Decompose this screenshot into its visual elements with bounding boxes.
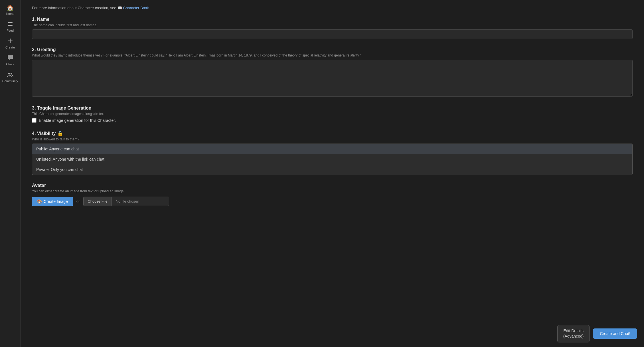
visibility-section-title: 4. Visibility 🔒 [32,131,633,136]
section-visibility: 4. Visibility 🔒 Who is allowed to talk t… [32,131,633,175]
sidebar-item-create[interactable]: Create [0,35,20,52]
image-gen-section-title: 3. Toggle Image Generation [32,106,633,111]
sidebar-item-label: Chats [6,62,14,66]
svg-rect-4 [8,41,13,41]
svg-point-7 [8,73,10,74]
book-icon: 📖 [118,6,122,10]
name-section-title: 1. Name [32,17,633,22]
greeting-section-subtitle: What would they say to introduce themsel… [32,53,633,57]
edit-details-button[interactable]: Edit Details(Advanced) [557,325,590,342]
svg-rect-0 [8,22,13,23]
greeting-input[interactable] [32,60,633,97]
svg-point-8 [11,73,12,74]
character-book-link[interactable]: 📖 Character Book [118,6,149,10]
chats-icon [7,55,13,61]
create-chat-label: Create and Chat! [600,331,630,336]
svg-rect-5 [9,57,10,57]
avatar-subtitle: You can either create an image from text… [32,189,633,193]
create-image-button[interactable]: 🎨 Create Image [32,197,73,206]
name-input[interactable] [32,29,633,39]
create-icon [7,38,13,45]
info-prefix: For more information about Character cre… [32,6,116,10]
create-image-label: Create Image [44,199,68,204]
action-bar: Edit Details(Advanced) Create and Chat! [550,320,644,347]
paint-icon: 🎨 [37,199,42,204]
no-file-label: No file chosen [112,197,169,206]
edit-details-label: Edit Details(Advanced) [563,328,584,339]
image-gen-checkbox-label[interactable]: Enable image generation for this Charact… [32,118,633,123]
create-chat-button[interactable]: Create and Chat! [593,328,637,339]
community-icon [7,72,13,78]
name-section-subtitle: The name can include first and last name… [32,23,633,27]
avatar-row: 🎨 Create Image or Choose File No file ch… [32,197,633,206]
section-name: 1. Name The name can include first and l… [32,17,633,39]
sidebar-item-label: Create [5,46,15,49]
section-avatar: Avatar You can either create an image fr… [32,183,633,206]
visibility-title-text: 4. Visibility [32,131,56,136]
sidebar-item-label: Feed [7,29,14,32]
svg-rect-1 [8,24,13,24]
image-gen-checkbox[interactable] [32,118,37,123]
lock-icon: 🔒 [57,131,63,136]
home-icon: 🏠 [7,5,14,11]
visibility-subtitle: Who is allowed to talk to them? [32,137,633,141]
sidebar-item-home[interactable]: 🏠 Home [0,2,20,18]
visibility-option-private[interactable]: Private: Only you can chat [32,164,632,175]
sidebar-item-community[interactable]: Community [0,69,20,86]
greeting-section-title: 2. Greeting [32,47,633,52]
character-book-label: Character Book [123,6,149,10]
section-greeting: 2. Greeting What would they say to intro… [32,47,633,98]
main-content: For more information about Character cre… [21,0,644,347]
visibility-option-public[interactable]: Public: Anyone can chat [32,144,632,154]
sidebar-item-label: Community [2,79,18,83]
feed-icon [7,21,13,28]
choose-file-label: Choose File [88,199,107,203]
visibility-option-unlisted[interactable]: Unlisted: Anyone with the link can chat [32,154,632,164]
visibility-listbox: Public: Anyone can chat Unlisted: Anyone… [32,144,633,175]
image-gen-checkbox-text: Enable image generation for this Charact… [39,118,116,123]
sidebar-item-chats[interactable]: Chats [0,52,20,69]
svg-rect-6 [10,57,11,57]
section-image-generation: 3. Toggle Image Generation This Characte… [32,106,633,123]
choose-file-button[interactable]: Choose File [84,197,112,206]
file-input-wrapper: Choose File No file chosen [83,197,169,206]
sidebar-item-label: Home [6,12,14,15]
avatar-title: Avatar [32,183,633,188]
sidebar: 🏠 Home Feed Create Ch [0,0,21,347]
sidebar-item-feed[interactable]: Feed [0,18,20,35]
svg-rect-2 [8,25,13,26]
image-gen-section-subtitle: This Character generates images alongsid… [32,112,633,116]
or-divider-text: or [76,199,80,204]
info-line: For more information about Character cre… [32,6,633,10]
